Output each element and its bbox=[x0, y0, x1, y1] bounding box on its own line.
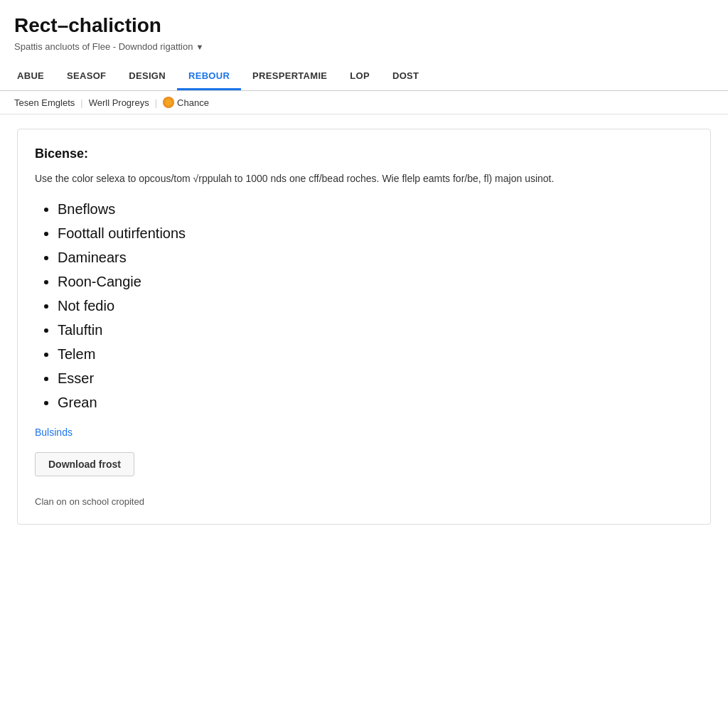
bulsinds-link[interactable]: Bulsinds bbox=[35, 427, 693, 438]
subnav-item-2[interactable]: Werll Progreys bbox=[89, 97, 149, 108]
list-item: Daminears bbox=[58, 247, 693, 267]
list-item: Taluftin bbox=[58, 320, 693, 340]
tab-lop[interactable]: LOP bbox=[338, 63, 381, 90]
page-header: Rect–chaliction Spattis ancluots of Flee… bbox=[0, 0, 728, 58]
tab-design[interactable]: DESIGN bbox=[117, 63, 177, 90]
footer-text: Clan on on school cropited bbox=[35, 496, 693, 507]
tabs-bar: ABUE SEASOF DESIGN REBOUR PRESPERTAMIE L… bbox=[0, 63, 728, 91]
tab-abue[interactable]: ABUE bbox=[14, 63, 55, 90]
tab-prespertamie[interactable]: PRESPERTAMIE bbox=[241, 63, 338, 90]
tab-dost[interactable]: DOST bbox=[381, 63, 430, 90]
content-area: Bicense: Use the color selexa to opcous/… bbox=[0, 114, 728, 539]
list-item: Foottall outirfentions bbox=[58, 223, 693, 243]
globe-icon bbox=[163, 97, 174, 108]
subnav-item-1[interactable]: Tesen Emglets bbox=[14, 97, 75, 108]
description-text: Use the color selexa to opcous/tom √rppu… bbox=[35, 171, 693, 186]
tab-seasof[interactable]: SEASOF bbox=[55, 63, 117, 90]
dropdown-arrow-icon[interactable]: ▼ bbox=[196, 43, 203, 51]
subtitle: Spattis ancluots of Flee - Downdod rigat… bbox=[14, 41, 714, 52]
page-title: Rect–chaliction bbox=[14, 14, 714, 37]
list-item: Not fedio bbox=[58, 296, 693, 316]
list-item: Esser bbox=[58, 368, 693, 388]
items-list: Bneflows Foottall outirfentions Daminear… bbox=[35, 199, 693, 412]
download-frost-button[interactable]: Download frost bbox=[35, 452, 134, 476]
subnav-item-3[interactable]: Chance bbox=[163, 97, 209, 108]
list-item: Grean bbox=[58, 392, 693, 412]
subnav-item-3-label: Chance bbox=[177, 97, 209, 108]
content-card: Bicense: Use the color selexa to opcous/… bbox=[17, 129, 711, 525]
sub-nav: Tesen Emglets | Werll Progreys | Chance bbox=[0, 91, 728, 114]
subnav-separator-2: | bbox=[155, 97, 157, 108]
tab-rebour[interactable]: REBOUR bbox=[177, 63, 241, 90]
list-item: Telem bbox=[58, 344, 693, 364]
section-title: Bicense: bbox=[35, 146, 693, 161]
subnav-separator: | bbox=[80, 97, 82, 108]
list-item: Roon-Cangie bbox=[58, 272, 693, 291]
subtitle-text: Spattis ancluots of Flee - Downdod rigat… bbox=[14, 41, 193, 52]
list-item: Bneflows bbox=[58, 199, 693, 219]
